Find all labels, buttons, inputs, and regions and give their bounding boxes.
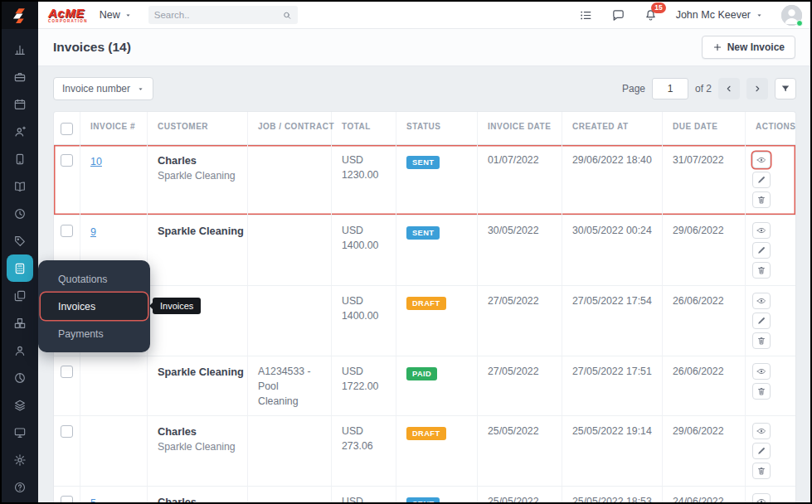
delete-invoice-button[interactable] [752,383,771,400]
due-date-cell: 26/06/2022 [663,286,746,356]
chevron-right-icon [752,84,762,94]
delete-invoice-button[interactable] [752,191,771,208]
created-at-cell: 25/05/2022 19:14 [562,416,663,486]
sidebar-item-copy-icon[interactable] [7,282,34,309]
job-contract-cell [248,487,332,502]
online-status-dot [796,20,803,27]
invoices-tooltip: Invoices [153,298,201,314]
invoice-link[interactable]: 10 [90,156,102,167]
prev-page-button[interactable] [718,78,740,99]
filter-button[interactable] [775,78,796,99]
flyout-menu: QuotationsInvoicesPayments [38,260,150,352]
row-checkbox[interactable] [61,154,73,167]
sidebar-item-pie-chart-icon[interactable] [7,364,34,391]
row-checkbox[interactable] [61,225,73,237]
status-cell: DRAFT [396,416,478,486]
due-date-cell: 29/06/2022 [663,416,746,486]
due-date-cell: 29/06/2022 [663,216,746,285]
flyout-item-invoices[interactable]: Invoices [41,293,148,320]
status-badge: DRAFT [406,427,446,440]
page-number-input[interactable] [652,78,688,99]
sidebar-item-user-icon[interactable] [7,337,34,364]
search-input[interactable] [154,10,282,20]
sidebar-item-gear-icon[interactable] [7,446,34,473]
view-invoice-button[interactable] [752,222,771,239]
view-invoice-button[interactable] [752,293,771,309]
acme-logo[interactable]: AcME CORPORATION [48,7,88,24]
customer-name: Sparkle Cleaning [158,224,237,240]
job-contract-cell [248,216,332,285]
select-all-checkbox[interactable] [61,123,73,135]
new-dropdown[interactable]: New [100,9,132,21]
row-checkbox[interactable] [61,366,73,378]
status-cell: PAID [396,356,478,415]
delete-invoice-button[interactable] [752,463,771,479]
sidebar-item-calculator-icon[interactable] [7,254,33,282]
view-invoice-button[interactable] [752,152,771,168]
row-select-cell [54,145,80,215]
sidebar-item-clock-icon[interactable] [7,200,34,227]
status-badge: DRAFT [406,297,446,310]
sidebar-item-help-icon[interactable] [7,473,34,501]
sidebar-item-tablet-icon[interactable] [7,145,34,172]
app-logo[interactable] [2,2,38,29]
notifications-button[interactable]: 15 [644,8,658,22]
invoice-number-filter-label: Invoice number [62,83,130,94]
new-invoice-button[interactable]: New Invoice [702,36,795,59]
row-checkbox[interactable] [61,496,73,502]
actions-cell [746,416,795,486]
sidebar-item-monitor-icon[interactable] [7,419,34,446]
edit-invoice-button[interactable] [752,172,771,188]
caret-down-icon [756,12,763,19]
total-cell: USD 1230.00 [332,145,396,215]
delete-invoice-button[interactable] [752,332,771,349]
sidebar-item-bar-chart-icon[interactable] [7,36,34,63]
created-at-cell: 30/05/2022 00:24 [562,216,663,285]
actions-cell [746,216,795,285]
list-icon[interactable] [579,8,593,22]
avatar[interactable] [781,5,802,26]
job-contract-cell: A1234533 - Pool Cleaning [248,356,332,415]
column-header: CREATED AT [562,112,663,144]
sidebar-item-contact-icon[interactable] [7,118,34,145]
sidebar [2,29,38,502]
invoice-number-filter-dropdown[interactable]: Invoice number [53,77,153,100]
job-contract-cell [248,145,332,215]
total-cell: USD 1722.00 [332,356,396,415]
customer-cell: Alex [148,286,248,356]
sidebar-item-tag-icon[interactable] [7,227,34,254]
chat-icon[interactable] [611,8,625,22]
sidebar-item-briefcase-icon[interactable] [7,63,34,90]
next-page-button[interactable] [746,78,768,99]
edit-invoice-button[interactable] [752,443,771,459]
column-header: ACTIONS [746,112,795,144]
user-menu[interactable]: John Mc Keever [676,9,763,21]
sidebar-item-book-icon[interactable] [7,172,34,200]
edit-invoice-button[interactable] [752,242,771,259]
invoice-number-cell: 10 [80,145,148,215]
caret-down-icon [124,12,132,19]
app-window: AcME CORPORATION New 15 John Mc Keever [0,0,812,504]
view-invoice-button[interactable] [752,423,771,439]
due-date-cell: 26/06/2022 [663,356,746,415]
invoice-row: CharlesSparkle CleaningUSD 273.06DRAFT25… [54,416,795,487]
delete-invoice-button[interactable] [752,262,771,279]
sidebar-item-packages-icon[interactable] [7,309,34,337]
customer-company: Sparkle Cleaning [158,440,237,455]
invoice-number-cell [80,416,148,486]
edit-invoice-button[interactable] [752,313,771,329]
actions-cell [746,487,795,502]
new-dropdown-label: New [100,9,120,21]
column-header: TOTAL [332,112,396,144]
flyout-item-quotations[interactable]: Quotations [38,265,150,293]
invoice-table-header: INVOICE #CUSTOMERJOB / CONTRACTTOTALSTAT… [54,112,795,145]
flyout-item-payments[interactable]: Payments [38,320,150,347]
acme-logo-subtext: CORPORATION [48,20,88,24]
view-invoice-button[interactable] [752,363,771,380]
view-invoice-button[interactable] [752,493,771,502]
invoice-link[interactable]: 5 [90,497,96,502]
sidebar-item-layers-icon[interactable] [7,391,34,419]
sidebar-item-calendar-icon[interactable] [7,90,34,118]
invoice-link[interactable]: 9 [90,226,96,238]
row-checkbox[interactable] [61,425,73,438]
